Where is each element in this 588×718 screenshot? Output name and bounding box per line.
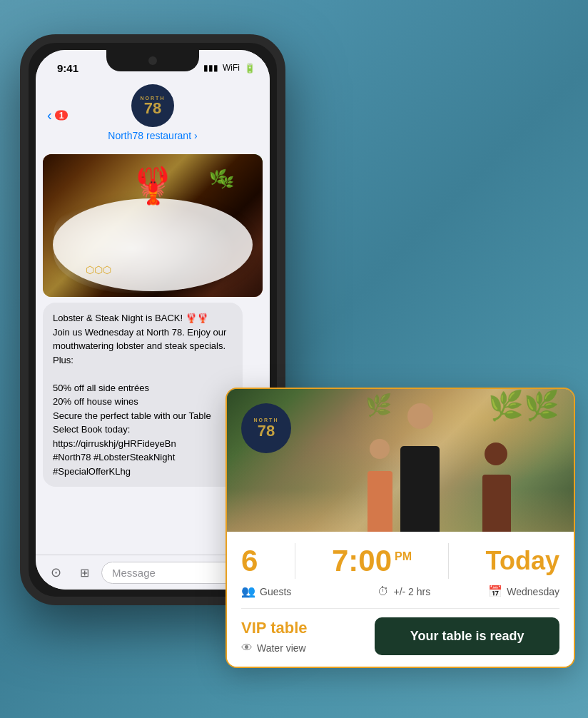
contact-name[interactable]: North78 restaurant › — [108, 130, 197, 141]
booking-details: 6 7:00 PM Today 👥 Guests ⏱ — [227, 532, 574, 667]
reservation-card: 🌿🌿 🌿 NORTH 78 — [225, 388, 575, 668]
booking-pm: PM — [395, 550, 412, 563]
calendar-icon: 📅 — [488, 585, 502, 598]
signal-icon: ▮▮▮ — [203, 63, 218, 73]
camera-input-icon[interactable]: ⊙ — [44, 561, 67, 584]
guests-icon: 👥 — [241, 585, 255, 598]
restaurant-logo: NORTH 78 — [241, 403, 291, 453]
restaurant-header-image: 🌿🌿 🌿 NORTH 78 — [227, 389, 574, 532]
battery-icon: 🔋 — [244, 63, 255, 74]
contact-avatar: NORTH 78 — [131, 84, 174, 127]
phone-notch — [106, 50, 199, 71]
table-ready-button[interactable]: Your table is ready — [375, 617, 559, 655]
eye-icon: 👁 — [241, 642, 253, 654]
back-button[interactable]: ‹ 1 — [47, 107, 68, 123]
apps-input-icon[interactable]: ⊞ — [73, 561, 96, 584]
clock-icon: ⏱ — [377, 585, 389, 598]
booking-day: Today — [486, 546, 559, 575]
status-time: 9:41 — [57, 62, 78, 74]
duration-detail: ⏱ +/- 2 hrs — [377, 585, 430, 598]
message-text-input[interactable]: Message — [101, 562, 243, 584]
water-view-label: 👁 Water view — [241, 642, 366, 654]
notification-badge: 1 — [55, 110, 69, 120]
booking-time: 7:00 — [332, 546, 392, 576]
vip-badge: VIP table — [241, 619, 366, 637]
camera-dot — [148, 56, 157, 65]
message-bubble: Lobster & Steak Night is BACK! 🦞🦞 Join u… — [43, 303, 243, 487]
guests-detail: 👥 Guests — [241, 585, 291, 598]
day-detail: 📅 Wednesday — [488, 585, 559, 598]
guests-count: 6 — [241, 546, 258, 576]
wifi-icon: WiFi — [223, 63, 240, 73]
food-image: 🦞 🌿 🌿 ⬡⬡⬡ — [43, 154, 263, 297]
